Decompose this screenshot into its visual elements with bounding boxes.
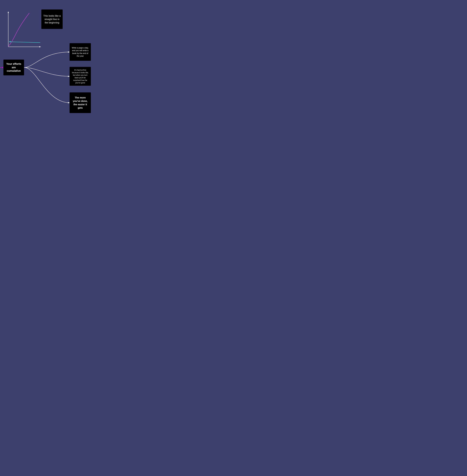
svg-marker-4: [9, 41, 11, 42]
more-done-text: The more you've done, the easier it gets: [71, 96, 89, 110]
svg-marker-9: [68, 102, 70, 103]
card-more-done: The more you've done, the easier it gets: [70, 92, 91, 113]
efforts-text: Your efforts are cumulative: [5, 62, 23, 73]
main-canvas: This looks like a straight line in the b…: [0, 0, 133, 124]
svg-marker-1: [8, 11, 9, 13]
svg-marker-8: [68, 75, 70, 77]
card-straight-line: This looks like a straight line in the b…: [41, 10, 63, 29]
svg-marker-3: [39, 46, 41, 47]
card-write-page: Write a page a day, and you will write a…: [70, 43, 91, 61]
card-efforts: Your efforts are cumulative: [3, 60, 24, 75]
straight-line-text: This looks like a straight line in the b…: [43, 14, 61, 24]
svg-marker-6: [2, 67, 3, 68]
svg-marker-7: [68, 51, 70, 53]
write-page-text: Write a page a day, and you will write a…: [71, 47, 89, 58]
card-hard-first: It's hard at first because it looks flat…: [70, 67, 91, 86]
hard-first-text: It's hard at first because it looks flat…: [71, 69, 89, 84]
